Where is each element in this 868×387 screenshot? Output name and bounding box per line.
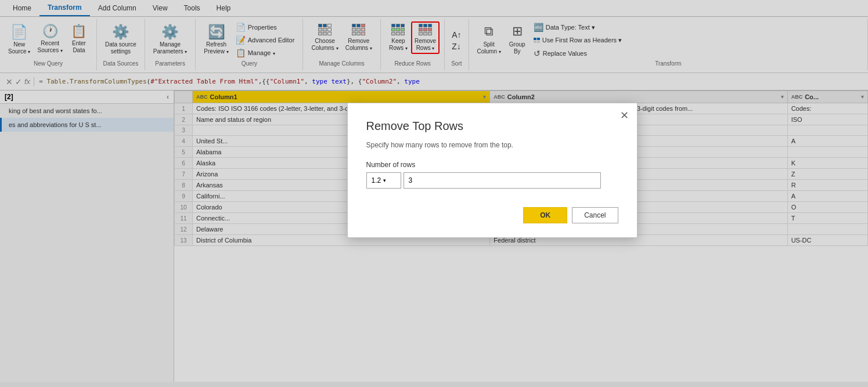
rows-type-select[interactable]: 1.2 ▾ — [366, 172, 401, 189]
manage-label: Manage ▾ — [248, 49, 275, 56]
rows-label: Number of rows — [366, 161, 618, 169]
enter-data-button[interactable]: 📋 EnterData — [66, 21, 92, 56]
choose-columns-label: ChooseColumns ▾ — [311, 38, 338, 52]
sidebar-header: [2] ‹ — [0, 91, 174, 104]
manage-parameters-icon: ⚙️ — [161, 24, 179, 40]
rows-count-input[interactable] — [404, 172, 601, 189]
new-source-icon: 📄 — [10, 24, 28, 40]
sort-asc-button[interactable]: A↑ — [449, 29, 463, 41]
cell-col3: K — [787, 158, 867, 169]
row-number: 9 — [175, 191, 193, 202]
ok-button[interactable]: OK — [523, 207, 567, 223]
cell-col3 — [787, 224, 867, 235]
data-sources-label: Data Sources — [102, 59, 140, 68]
formula-confirm-icon[interactable]: ✓ — [15, 77, 22, 86]
reduce-rows-label: Reduce Rows — [386, 59, 440, 68]
col2-name: Column2 — [507, 93, 535, 100]
data-source-settings-button[interactable]: ⚙️ Data sourcesettings — [102, 21, 140, 57]
query-label: Query — [200, 59, 298, 68]
sidebar-header-label: [2] — [5, 93, 13, 101]
use-first-row-label: Use First Row as Headers ▾ — [542, 37, 622, 44]
group-sort: A↑ Z↓ Sort — [445, 19, 469, 70]
group-parameters: ⚙️ ManageParameters ▾ Parameters — [145, 19, 196, 70]
advanced-editor-button[interactable]: 📝 Advanced Editor — [232, 34, 298, 46]
group-transform: ⧉ SplitColumn ▾ ⊞ GroupBy 🔤 Data Type: T… — [469, 19, 869, 70]
new-query-label: New Query — [5, 59, 92, 68]
col2-header[interactable]: ABC Column2 ▾ — [490, 91, 787, 103]
sidebar-item-1[interactable]: king of best and worst states fo... — [0, 104, 174, 118]
refresh-preview-button[interactable]: 🔄 RefreshPreview ▾ — [200, 21, 232, 57]
col1-header[interactable]: ABC Column1 ▾ — [193, 91, 490, 103]
col2-dropdown[interactable]: ▾ — [781, 94, 784, 100]
dialog-description: Specify how many rows to remove from the… — [366, 141, 618, 149]
tab-tools[interactable]: Tools — [176, 0, 208, 16]
recent-sources-label: RecentSources ▾ — [37, 40, 62, 54]
cell-col3: T — [787, 213, 867, 224]
properties-icon: 📄 — [236, 23, 246, 32]
new-source-label: NewSource ▾ — [8, 41, 30, 55]
keep-rows-button[interactable]: KeepRows ▾ — [386, 21, 411, 54]
new-source-button[interactable]: 📄 NewSource ▾ — [5, 21, 34, 57]
recent-sources-button[interactable]: 🕐 RecentSources ▾ — [34, 21, 66, 56]
split-column-button[interactable]: ⧉ SplitColumn ▾ — [474, 21, 505, 57]
tab-add-column[interactable]: Add Column — [90, 0, 145, 16]
row-number: 11 — [175, 213, 193, 224]
group-by-label: GroupBy — [509, 41, 525, 55]
dialog-title: Remove Top Rows — [366, 120, 618, 133]
replace-values-icon: ↺ — [534, 49, 541, 58]
dialog-footer: OK Cancel — [366, 207, 618, 223]
cell-col3: R — [787, 180, 867, 191]
manage-button[interactable]: 📋 Manage ▾ — [232, 47, 298, 59]
cell-col3: A — [787, 191, 867, 202]
enter-data-icon: 📋 — [71, 24, 87, 39]
cell-col3: US-DC — [787, 235, 867, 246]
tab-help[interactable]: Help — [208, 0, 239, 16]
col1-name: Column1 — [210, 93, 237, 100]
remove-top-rows-dialog: ✕ Remove Top Rows Specify how many rows … — [347, 103, 638, 238]
col3-dropdown[interactable]: ▾ — [861, 94, 864, 100]
row-num-header — [175, 91, 193, 103]
cancel-button[interactable]: Cancel — [572, 207, 618, 223]
manage-parameters-button[interactable]: ⚙️ ManageParameters ▾ — [150, 21, 190, 57]
formula-content: = Table.TransformColumnTypes(#"Extracted… — [34, 77, 866, 86]
sidebar-item-2[interactable]: es and abbreviations for U S st... — [0, 118, 174, 132]
split-column-label: SplitColumn ▾ — [477, 41, 501, 55]
col3-name: Co... — [805, 93, 819, 100]
sidebar-collapse-button[interactable]: ‹ — [167, 93, 169, 101]
sort-desc-icon: Z↓ — [452, 42, 461, 51]
tab-view[interactable]: View — [145, 0, 176, 16]
group-by-button[interactable]: ⊞ GroupBy — [505, 21, 530, 57]
sidebar: [2] ‹ king of best and worst states fo..… — [0, 91, 174, 382]
group-manage-columns: ChooseColumns ▾ RemoveColumns ▾ — [303, 19, 381, 70]
cell-col3: Codes: — [787, 103, 867, 114]
choose-columns-button[interactable]: ChooseColumns ▾ — [308, 21, 341, 54]
replace-values-button[interactable]: ↺ Replace Values — [530, 48, 635, 59]
manage-columns-label: Manage Columns — [308, 59, 376, 68]
remove-rows-button[interactable]: RemoveRows ▾ — [411, 21, 440, 54]
properties-button[interactable]: 📄 Properties — [232, 21, 298, 33]
tab-transform[interactable]: Transform — [39, 0, 90, 16]
col1-dropdown[interactable]: ▾ — [483, 94, 486, 100]
tab-home[interactable]: Home — [5, 0, 39, 16]
formula-bar: ✕ ✓ fx = Table.TransformColumnTypes(#"Ex… — [0, 73, 868, 91]
formula-cancel-icon[interactable]: ✕ — [6, 77, 13, 86]
row-number: 6 — [175, 158, 193, 169]
ribbon-tabs: Home Transform Add Column View Tools Hel… — [0, 0, 868, 17]
col3-header[interactable]: ABC Co... ▾ — [787, 91, 867, 103]
sort-desc-button[interactable]: Z↓ — [449, 41, 463, 52]
row-number: 3 — [175, 125, 193, 136]
data-type-label: Data Type: Text ▾ — [546, 24, 595, 31]
dialog-close-button[interactable]: ✕ — [620, 109, 629, 122]
cell-col3: O — [787, 202, 867, 213]
cell-col3 — [787, 147, 867, 158]
refresh-preview-label: RefreshPreview ▾ — [204, 41, 228, 55]
remove-columns-button[interactable]: RemoveColumns ▾ — [342, 21, 376, 54]
data-type-button[interactable]: 🔤 Data Type: Text ▾ — [530, 21, 635, 33]
remove-columns-label: RemoveColumns ▾ — [345, 38, 372, 52]
use-first-row-button[interactable]: Use First Row as Headers ▾ — [530, 35, 635, 45]
refresh-preview-icon: 🔄 — [208, 24, 225, 40]
dialog-input-row: 1.2 ▾ — [366, 172, 618, 189]
data-source-settings-icon: ⚙️ — [112, 24, 129, 40]
group-data-sources: ⚙️ Data sourcesettings Data Sources — [97, 19, 145, 70]
advanced-editor-label: Advanced Editor — [248, 37, 295, 44]
